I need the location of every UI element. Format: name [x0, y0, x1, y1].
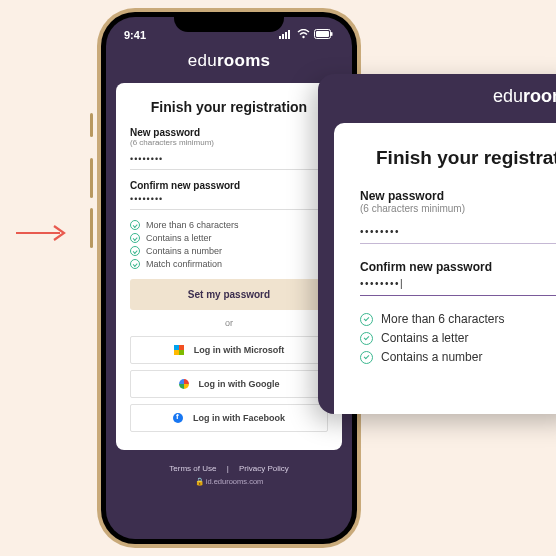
registration-card: Finish your registration New password (6… [116, 83, 342, 450]
confirm-password-input[interactable]: ••••••••| [360, 274, 556, 296]
new-password-input[interactable]: •••••••• [360, 222, 556, 244]
phone-side-button [90, 208, 93, 248]
req-item: Contains a number [360, 350, 556, 364]
privacy-link[interactable]: Privacy Policy [239, 464, 289, 473]
card-title: Finish your registration [360, 147, 556, 169]
check-icon [130, 220, 140, 230]
phone-side-button [90, 113, 93, 137]
check-icon [360, 332, 373, 345]
or-divider: or [130, 318, 328, 328]
req-item: Contains a number [130, 246, 328, 256]
svg-rect-8 [331, 32, 333, 36]
registration-card: Finish your registration New password (6… [334, 123, 556, 414]
terms-link[interactable]: Terms of Use [169, 464, 216, 473]
login-google-button[interactable]: Log in with Google [130, 370, 328, 398]
app-logo: edurooms [106, 45, 352, 83]
battery-icon [314, 29, 334, 41]
confirm-password-label: Confirm new password [130, 180, 328, 191]
facebook-icon [173, 413, 183, 423]
req-item: Contains a letter [130, 233, 328, 243]
req-item: More than 6 characters [130, 220, 328, 230]
confirm-password-input[interactable]: •••••••• [130, 191, 328, 210]
status-time: 9:41 [124, 29, 146, 41]
app-screen: 9:41 edurooms Finish your registr [106, 17, 352, 539]
footer-url: 🔒 id.edurooms.com [106, 477, 352, 486]
set-password-button[interactable]: Set my password [130, 279, 328, 310]
svg-rect-4 [288, 30, 290, 39]
check-icon [130, 259, 140, 269]
svg-rect-1 [279, 36, 281, 39]
svg-rect-7 [316, 31, 329, 37]
google-icon [179, 379, 189, 389]
microsoft-icon [174, 345, 184, 355]
svg-rect-2 [282, 34, 284, 39]
signal-icon [279, 29, 293, 41]
login-facebook-button[interactable]: Log in with Facebook [130, 404, 328, 432]
login-microsoft-button[interactable]: Log in with Microsoft [130, 336, 328, 364]
check-icon [130, 233, 140, 243]
new-password-hint: (6 characters minimum) [130, 138, 328, 147]
wifi-icon [297, 29, 310, 41]
card-title: Finish your registration [130, 99, 328, 115]
app-logo: edurooms [318, 74, 556, 123]
svg-point-5 [302, 36, 304, 38]
check-icon [360, 313, 373, 326]
check-icon [130, 246, 140, 256]
check-icon [360, 351, 373, 364]
new-password-label: New password [130, 127, 328, 138]
zoom-overlay: edurooms Finish your registration New pa… [318, 74, 556, 414]
req-item: Contains a letter [360, 331, 556, 345]
footer-links: Terms of Use | Privacy Policy [106, 464, 352, 473]
phone-notch [174, 12, 284, 32]
new-password-label: New password [360, 189, 556, 203]
new-password-hint: (6 characters minimum) [360, 203, 556, 214]
svg-rect-3 [285, 32, 287, 39]
confirm-password-label: Confirm new password [360, 260, 556, 274]
new-password-input[interactable]: •••••••• [130, 151, 328, 170]
password-requirements: More than 6 characters Contains a letter… [130, 220, 328, 269]
req-item: Match confirmation [130, 259, 328, 269]
arrow-indicator [14, 223, 68, 243]
req-item: More than 6 characters [360, 312, 556, 326]
phone-side-button [90, 158, 93, 198]
